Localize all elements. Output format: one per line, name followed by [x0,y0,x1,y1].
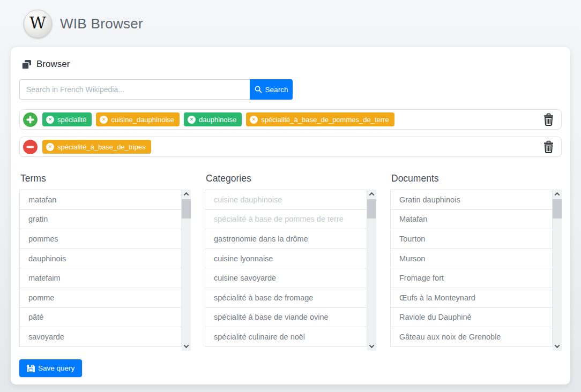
categories-column: Categories cuisine dauphinoise spécialit… [205,174,376,351]
browser-windows-icon [21,59,32,70]
list-item: spécialité à base de pommes de terre [205,209,367,230]
app-title: WIB Browser [60,16,143,32]
scrollbar[interactable] [182,190,191,351]
terms-list: matafan gratin pommes dauphinois matefai… [19,190,191,351]
list-item[interactable]: Gâteau aux noix de Grenoble [390,327,553,347]
remove-tag-icon[interactable]: ✕ [46,116,54,124]
scroll-up-icon[interactable] [553,190,562,199]
scroll-up-icon[interactable] [367,190,376,199]
query-tag[interactable]: ✕ spécialité [42,112,92,126]
tag-label: spécialité_à_base_de_tripes [57,143,146,151]
list-item[interactable]: dauphinois [19,248,182,269]
list-item[interactable]: pommes [19,229,182,249]
list-item[interactable]: Raviole du Dauphiné [390,307,553,328]
tag-label: spécialité_à_base_de_pommes_de_terre [261,116,389,124]
tag-list: ✕ spécialité ✕ cuisine_dauphinoise ✕ dau… [42,112,537,126]
categories-list: cuisine dauphinoise spécialité à base de… [205,190,376,351]
tag-label: cuisine_dauphinoise [111,116,174,124]
list-item[interactable]: Matafan [390,209,553,230]
tag-list: ✕ spécialité_à_base_de_tripes [42,140,537,154]
app-header: W WIB Browser [0,0,581,47]
scroll-down-icon[interactable] [367,342,376,351]
categories-column-title: Categories [206,174,376,183]
search-row: Search [19,79,293,100]
terms-column: Terms matafan gratin pommes dauphinois m… [19,174,191,351]
documents-column-title: Documents [391,174,562,183]
trash-icon [542,140,555,154]
list-item[interactable]: pomme [19,288,182,308]
search-button[interactable]: Search [250,79,293,100]
remove-tag-icon[interactable]: ✕ [188,116,196,124]
documents-column: Documents Gratin dauphinois Matafan Tour… [390,174,562,351]
list-item[interactable]: Œufs à la Monteynard [390,288,553,308]
save-query-button[interactable]: Save query [19,359,82,377]
wikipedia-w-glyph: W [29,15,46,31]
list-item[interactable]: Murson [390,248,553,269]
list-item[interactable]: Fromage fort [390,268,553,288]
query-tag[interactable]: ✕ spécialité_à_base_de_pommes_de_terre [246,112,394,126]
wikipedia-logo: W [24,10,52,38]
remove-tag-icon[interactable]: ✕ [46,143,54,151]
scrollbar-thumb[interactable] [367,199,376,218]
list-item[interactable]: pâté [19,307,182,328]
scrollbar-thumb[interactable] [553,199,562,218]
plus-operator-icon[interactable] [23,112,38,127]
scrollbar[interactable] [553,190,562,351]
remove-tag-icon[interactable]: ✕ [100,116,108,124]
list-item[interactable]: gastronomie dans la drôme [205,229,367,249]
list-item[interactable]: savoyarde [19,327,182,347]
scroll-up-icon[interactable] [182,190,191,199]
list-item[interactable]: cuisine savoyarde [205,268,367,288]
search-input[interactable] [19,79,250,100]
delete-row-button[interactable] [541,139,556,155]
list-item[interactable]: gratin [19,209,182,230]
scrollbar[interactable] [367,190,376,351]
scroll-down-icon[interactable] [553,342,562,351]
delete-row-button[interactable] [541,112,556,127]
results-columns: Terms matafan gratin pommes dauphinois m… [19,174,562,351]
list-item[interactable]: cuisine lyonnaise [205,248,367,269]
list-item: cuisine dauphinoise [205,190,367,210]
list-item[interactable]: Gratin dauphinois [390,190,553,210]
list-item[interactable]: matafan [19,190,182,210]
scroll-down-icon[interactable] [182,342,191,351]
scrollbar-thumb[interactable] [182,199,191,218]
remove-tag-icon[interactable]: ✕ [250,116,258,124]
query-tag[interactable]: ✕ spécialité_à_base_de_tripes [42,140,151,154]
tag-label: dauphinoise [199,116,236,124]
list-item[interactable]: Tourton [390,229,553,249]
tag-label: spécialité [57,116,86,124]
save-button-label: Save query [38,364,75,372]
search-icon [255,86,262,93]
minus-operator-icon[interactable] [23,140,38,154]
terms-column-title: Terms [20,174,191,183]
browser-card: Browser Search ✕ spécialité [11,47,570,385]
card-heading: Browser [21,59,562,70]
list-item[interactable]: spécialité culinaire de noël [205,327,367,347]
list-item[interactable]: spécialité à base de viande ovine [205,307,367,328]
query-tag[interactable]: ✕ cuisine_dauphinoise [96,112,180,126]
trash-icon [542,113,555,126]
query-tag[interactable]: ✕ dauphinoise [184,112,242,126]
search-button-label: Search [265,86,288,94]
query-row-include: ✕ spécialité ✕ cuisine_dauphinoise ✕ dau… [19,109,562,130]
list-item[interactable]: spécialité à base de fromage [205,288,367,308]
documents-list: Gratin dauphinois Matafan Tourton Murson… [390,190,562,351]
save-icon [27,364,35,372]
card-title: Browser [36,59,70,70]
list-item[interactable]: matefaim [19,268,182,288]
query-row-exclude: ✕ spécialité_à_base_de_tripes [19,137,562,157]
